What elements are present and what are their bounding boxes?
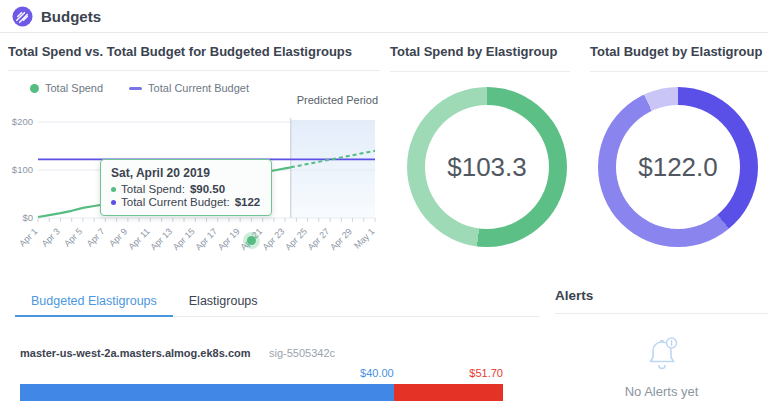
tooltip-row-spend: Total Spend: $90.50 [111,183,261,195]
over-budget-bar-segment [394,384,503,401]
chart-tooltip: Sat, April 20 2019 Total Spend: $90.50 T… [100,159,272,216]
green-dot-icon [30,84,39,93]
spend-vs-budget-title: Total Spend vs. Total Budget for Budgete… [8,44,380,59]
total-budget-donut-title: Total Budget by Elastigroup [590,44,768,59]
tooltip-value: $122 [235,196,261,208]
divider [390,71,570,72]
svg-text:Apr 27: Apr 27 [306,226,332,252]
divider [590,71,768,72]
tooltip-label: Total Spend: [121,183,185,195]
elastigroup-name: master-us-west-2a.masters.almog.ek8s.com [20,347,251,359]
divider [555,313,768,314]
tooltip-date: Sat, April 20 2019 [111,166,261,180]
total-budget-donut-chart[interactable]: $122.0 [598,87,758,247]
svg-text:Apr 19: Apr 19 [216,226,242,252]
svg-text:Apr 25: Apr 25 [283,226,309,252]
predicted-period-label: Predicted Period [297,94,378,106]
budget-progress-bar [20,384,503,401]
svg-text:Apr 15: Apr 15 [171,226,197,252]
svg-text:Apr 1: Apr 1 [17,226,39,248]
legend-label: Total Current Budget [148,82,249,94]
green-bullet-icon [111,187,116,192]
svg-text:Apr 23: Apr 23 [261,226,287,252]
svg-text:Apr 5: Apr 5 [62,226,84,248]
highlighted-data-point[interactable] [247,236,256,245]
bell-icon [639,330,685,376]
donut-hole: $122.0 [616,105,740,229]
elastigroups-section: Budgeted Elastigroups Elastigroups maste… [15,288,540,401]
total-spend-donut-panel: Total Spend by Elastigroup $103.3 [390,44,570,247]
budget-amount-label: $40.00 [20,367,394,379]
legend-item-total-spend[interactable]: Total Spend [30,82,103,94]
svg-text:Apr 3: Apr 3 [40,226,62,248]
no-alerts-text: No Alerts yet [555,384,768,399]
svg-text:$200: $200 [12,116,33,127]
purple-dash-icon [129,87,142,90]
total-budget-donut-panel: Total Budget by Elastigroup $122.0 [590,44,768,247]
elastigroup-id: sig-5505342c [269,347,335,359]
svg-text:$0: $0 [22,212,33,223]
top-header: Budgets [0,0,768,33]
elastigroup-heading: master-us-west-2a.masters.almog.ek8s.com… [20,343,540,361]
total-budget-value: $122.0 [638,152,718,183]
page-title: Budgets [41,8,101,25]
total-spend-donut-chart[interactable]: $103.3 [407,87,567,247]
tab-bar: Budgeted Elastigroups Elastigroups [15,288,540,317]
alerts-title: Alerts [555,288,768,303]
svg-text:Apr 7: Apr 7 [85,226,107,248]
svg-text:Apr 13: Apr 13 [148,226,174,252]
divider [8,70,380,71]
svg-text:$100: $100 [12,164,33,175]
spotinst-logo [12,6,33,27]
elastigroup-row[interactable]: master-us-west-2a.masters.almog.ek8s.com… [15,343,540,401]
legend-item-total-current-budget[interactable]: Total Current Budget [129,82,249,94]
tooltip-label: Total Current Budget: [121,196,230,208]
tooltip-row-budget: Total Current Budget: $122 [111,196,261,208]
purple-bullet-icon [111,200,116,205]
alerts-panel: Alerts No Alerts yet [555,288,768,399]
tab-elastigroups[interactable]: Elastigroups [173,288,274,316]
within-budget-bar-segment [20,384,394,401]
bar-labels: $40.00 $51.70 [20,367,503,382]
chart-legend: Total Spend Total Current Budget [30,82,249,94]
svg-text:Apr 17: Apr 17 [193,226,219,252]
svg-text:Apr 29: Apr 29 [328,226,354,252]
total-spend-value: $103.3 [447,152,527,183]
total-spend-donut-title: Total Spend by Elastigroup [390,44,570,59]
svg-text:Apr 11: Apr 11 [126,226,151,251]
tab-budgeted-elastigroups[interactable]: Budgeted Elastigroups [15,288,173,317]
legend-label: Total Spend [45,82,103,94]
tooltip-value: $90.50 [190,183,225,195]
spend-chart[interactable]: $0$100$200Apr 1Apr 3Apr 5Apr 7Apr 9Apr 1… [8,110,380,275]
total-spend-amount-label: $51.70 [469,367,503,379]
svg-text:May 1: May 1 [352,226,376,250]
spend-vs-budget-panel: Total Spend vs. Total Budget for Budgete… [8,44,380,289]
donut-hole: $103.3 [425,105,549,229]
